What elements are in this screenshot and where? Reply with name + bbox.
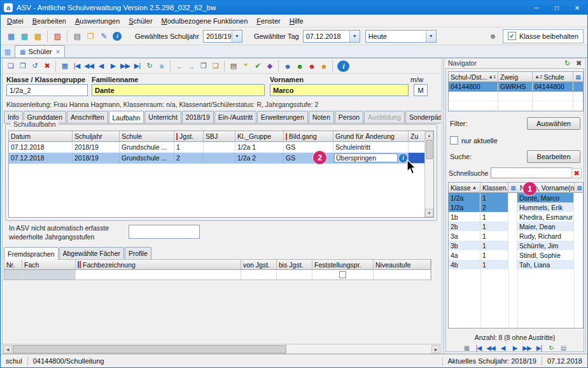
ordner-icon[interactable]: ❐ xyxy=(84,30,97,42)
menu-bearbeiten[interactable]: Bearbeiten xyxy=(28,16,71,26)
chevron-down-icon[interactable] xyxy=(232,31,242,42)
tab-ein-austritt[interactable]: Ein-/Austritt xyxy=(214,111,256,123)
chevron-down-icon[interactable] xyxy=(426,31,436,42)
schueler-wechsel-icon[interactable]: ☻ xyxy=(318,60,330,72)
student-row[interactable]: 3b 1 Schürrle, Jim xyxy=(449,241,583,250)
undo-record-icon[interactable]: ↺ xyxy=(29,60,41,72)
tab-unterricht[interactable]: Unterricht xyxy=(144,111,181,123)
tab-schuljahr[interactable]: 2018/19 xyxy=(182,111,214,123)
scrollbar-thumb[interactable] xyxy=(426,140,433,159)
student-row[interactable]: 1/2a 1 Dante, Marco xyxy=(449,193,583,202)
column-config-icon[interactable]: ▦ xyxy=(575,183,584,193)
bearbeiten-button[interactable]: Bearbeiten xyxy=(527,150,580,163)
column-header-jgst[interactable]: Jgst. xyxy=(174,131,204,142)
menu-fenster[interactable]: Fenster xyxy=(252,16,284,26)
column-config-icon[interactable]: ▦ xyxy=(508,183,518,193)
absperrung-icon[interactable]: ▨ xyxy=(51,30,64,42)
refresh-icon[interactable]: ↻ xyxy=(143,60,155,72)
back-icon[interactable]: ← xyxy=(173,60,185,72)
column-header-schule[interactable]: Schule xyxy=(120,131,174,142)
column-header-bildgang[interactable]: Bild.gang xyxy=(284,131,333,142)
column-header-grund[interactable]: Grund für Änderung xyxy=(333,131,409,142)
maximize-button[interactable]: □ xyxy=(547,1,567,15)
first-name-field[interactable]: Marco xyxy=(270,84,409,96)
sprechblase-icon[interactable]: ❝ xyxy=(239,60,251,72)
tab-abgewaehlte-faecher[interactable]: Abgewählte Fächer xyxy=(59,247,124,259)
laufbahn-row[interactable]: 07.12.2018 2018/19 Grundschule ... 1 1/2… xyxy=(9,142,433,153)
schueler-austritt-icon[interactable]: ☻ xyxy=(305,60,318,72)
copy-icon[interactable]: ❐ xyxy=(197,60,209,72)
tab-close-icon[interactable]: × xyxy=(56,48,60,55)
refresh-icon[interactable]: ↻ xyxy=(545,343,557,353)
horizontal-scrollbar[interactable] xyxy=(3,344,441,353)
wiederholte-field[interactable] xyxy=(129,225,200,239)
class-field[interactable]: 1/2a_2 xyxy=(6,84,88,96)
column-header-sbj[interactable]: SBJ xyxy=(204,131,235,142)
grund-edit-field[interactable]: Überspringen xyxy=(334,153,398,162)
menu-modulbezogene-funktionen[interactable]: Modulbezogene Funktionen xyxy=(157,16,253,26)
delete-record-icon[interactable]: ✖ xyxy=(41,60,53,72)
school-year-combo[interactable]: 2018/19 xyxy=(203,30,242,43)
refresh-icon[interactable]: ↻ xyxy=(562,59,572,68)
column-header-klgruppe[interactable]: Kl._Gruppe xyxy=(235,131,284,142)
paste-icon[interactable]: ❏ xyxy=(209,60,221,72)
module-schueler-icon[interactable]: ▦ xyxy=(31,30,44,42)
module-klassen-icon[interactable]: ▦ xyxy=(18,30,31,42)
menu-auswertungen[interactable]: Auswertungen xyxy=(71,16,124,26)
column-header-schuljahr[interactable]: Schuljahr xyxy=(73,131,120,142)
drucken-icon[interactable]: ▤ xyxy=(71,30,83,42)
prev-page-icon[interactable]: ◀◀ xyxy=(485,343,496,353)
column-header-klassengruppe[interactable]: Klassen... xyxy=(480,183,508,193)
day-combo[interactable]: 07.12.2018 xyxy=(303,30,360,43)
student-row[interactable]: 2b 1 Maier, Dean xyxy=(449,222,583,231)
keep-class-checkbox[interactable] xyxy=(508,32,516,40)
column-header-schulnummer[interactable]: Schul-/Dst...▲1 xyxy=(449,72,498,82)
prev-record-icon[interactable]: ◀ xyxy=(497,343,508,353)
menu-hilfe[interactable]: Hilfe xyxy=(285,16,308,26)
bearbeiten-icon[interactable]: ✎ xyxy=(97,30,110,42)
info-icon[interactable]: i xyxy=(337,60,349,72)
day-mode-combo[interactable]: Heute xyxy=(365,30,437,43)
column-header-niveaustufe[interactable]: Niveaustufe xyxy=(374,260,431,270)
next-record-icon[interactable]: ▶ xyxy=(509,343,521,353)
scroll-left-icon[interactable] xyxy=(3,345,12,353)
tab-anschriften[interactable]: Anschriften xyxy=(67,111,108,123)
info-icon[interactable]: i xyxy=(113,32,122,41)
pruefung-icon[interactable]: ✔ xyxy=(251,60,263,72)
column-header-bis-jgst[interactable]: bis Jgst. xyxy=(277,260,312,270)
column-header-zweig[interactable]: Zweig xyxy=(498,72,533,82)
tab-noten[interactable]: Noten xyxy=(309,111,334,123)
next-record-icon[interactable]: ▶ xyxy=(107,60,119,72)
clear-search-icon[interactable]: ✖ xyxy=(571,168,582,178)
menu-datei[interactable]: Datei xyxy=(3,16,28,26)
school-row-selected[interactable]: 04144800 GWRHS 04144800 xyxy=(449,82,583,92)
column-header-nr[interactable]: Nr. xyxy=(4,260,22,270)
quick-search-input[interactable] xyxy=(491,167,572,178)
person-icon[interactable]: ☻ xyxy=(486,30,499,42)
fremdsprachen-row[interactable] xyxy=(4,270,431,280)
siegel-icon[interactable]: ◆ xyxy=(263,60,276,72)
auswaehlen-button[interactable]: Auswählen xyxy=(527,117,580,130)
spalten-config-icon[interactable]: ▦ xyxy=(461,343,472,353)
tab-person[interactable]: Person xyxy=(335,111,363,123)
student-row[interactable]: 1/2a 2 Hummels, Erik xyxy=(449,202,583,212)
prev-record-icon[interactable]: ◀ xyxy=(95,60,107,72)
new-record-icon[interactable]: ❏ xyxy=(4,60,17,72)
tab-profile[interactable]: Profile xyxy=(125,247,151,259)
print-icon[interactable]: ▤ xyxy=(227,60,239,72)
next-page-icon[interactable]: ▶▶ xyxy=(119,60,131,72)
schueler-aufnehmen-icon[interactable]: ☻ xyxy=(293,60,305,72)
sammelaenderung-icon[interactable]: ☻ xyxy=(281,60,293,72)
column-header-fach[interactable]: Fach xyxy=(22,260,76,270)
next-page-icon[interactable]: ▶▶ xyxy=(521,343,533,353)
scroll-down-icon[interactable] xyxy=(425,209,433,217)
tab-fremdsprachen[interactable]: Fremdsprachen xyxy=(4,247,59,260)
tab-laufbahn[interactable]: Laufbahn xyxy=(109,111,144,124)
column-header-fachbezeichnung[interactable]: Fachbezeichnung xyxy=(76,260,241,270)
column-header-feststellungspr[interactable]: Feststellungspr. xyxy=(312,260,374,270)
chevron-down-icon[interactable] xyxy=(349,31,360,42)
first-record-icon[interactable]: |◀ xyxy=(71,60,83,72)
last-record-icon[interactable]: ▶| xyxy=(131,60,143,72)
close-panel-icon[interactable]: ✖ xyxy=(573,59,584,68)
tab-sonderpaed[interactable]: Sonderpäd. xyxy=(405,111,441,123)
